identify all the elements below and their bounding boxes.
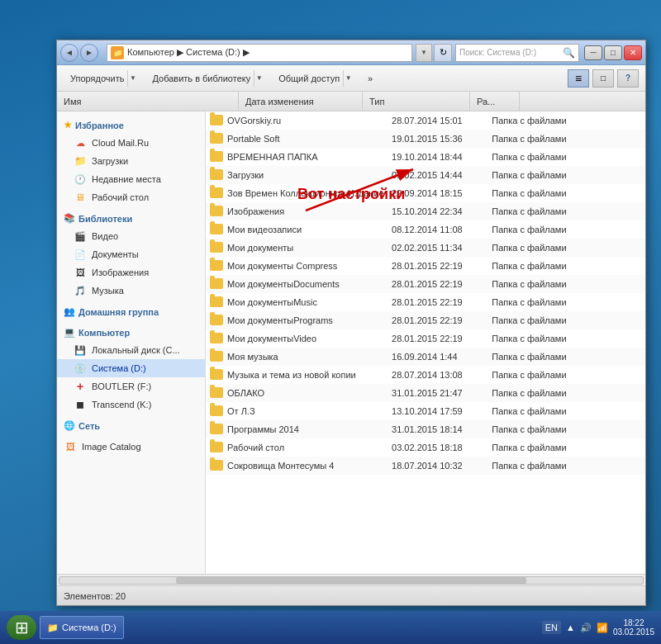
file-folder-icon	[209, 295, 224, 310]
sidebar-item-drive-k[interactable]: ◼ Transcend (K:)	[57, 395, 205, 414]
file-folder-icon	[209, 404, 224, 419]
catalog-icon: 🖼	[64, 440, 77, 453]
file-item[interactable]: Сокровища Монтесумы 4 18.07.2014 10:32 П…	[206, 457, 645, 475]
col-date[interactable]: Дата изменения	[239, 92, 363, 111]
horizontal-scrollbar[interactable]	[57, 574, 645, 585]
file-item[interactable]: Portable Soft 19.01.2015 15:36 Папка с ф…	[206, 130, 645, 148]
taskbar-explorer-task[interactable]: 📁 Система (D:)	[40, 616, 124, 639]
file-folder-icon	[209, 149, 224, 164]
file-type: Папка с файлами	[492, 206, 585, 216]
file-name: Загрузки	[227, 170, 392, 180]
file-folder-icon	[209, 186, 224, 201]
hscroll-track[interactable]	[59, 576, 644, 585]
file-item[interactable]: Мои документыDocuments 28.01.2015 22:19 …	[206, 275, 645, 293]
sort-button[interactable]: Упорядочить ▼	[64, 68, 144, 89]
hscroll-thumb[interactable]	[176, 577, 526, 584]
file-item[interactable]: ОБЛАКО 31.01.2015 21:47 Папка с файлами	[206, 384, 645, 402]
taskbar-clock: 18:22 03.02.2015	[613, 618, 654, 637]
view-details-button[interactable]: ≡	[568, 69, 589, 88]
minimize-button[interactable]: ─	[584, 45, 602, 60]
file-date: 18.07.2014 10:32	[392, 461, 492, 471]
file-item[interactable]: Загрузки 03.02.2015 14:44 Папка с файлам…	[206, 166, 645, 184]
file-date: 13.10.2014 17:59	[392, 406, 492, 416]
file-date: 15.10.2014 22:34	[392, 206, 492, 216]
file-type: Папка с файлами	[492, 297, 585, 307]
file-item[interactable]: ВРЕМЕННАЯ ПАПКА 19.10.2014 18:44 Папка с…	[206, 148, 645, 166]
file-name: Мои документыDocuments	[227, 279, 392, 289]
add-library-button[interactable]: Добавить в библиотеку ▼	[145, 68, 270, 89]
more-button[interactable]: »	[361, 68, 379, 89]
file-item[interactable]: OVGorskiy.ru 28.07.2014 15:01 Папка с фа…	[206, 111, 645, 130]
file-folder-icon	[209, 349, 224, 364]
file-date: 28.07.2014 13:08	[392, 370, 492, 380]
file-folder-icon	[209, 258, 224, 273]
share-dropdown-icon[interactable]: ▼	[343, 70, 353, 87]
refresh-button[interactable]: ↻	[434, 44, 452, 62]
file-type: Папка с файлами	[492, 243, 585, 253]
help-button[interactable]: ?	[617, 69, 639, 88]
status-text: Элементов: 20	[64, 591, 126, 601]
sidebar-item-desktop[interactable]: 🖥 Рабочий стол	[57, 188, 205, 206]
sidebar-item-drive-c[interactable]: 💾 Локальный диск (С...	[57, 341, 205, 359]
back-button[interactable]: ◄	[60, 44, 78, 62]
nav-buttons: ◄ ►	[60, 44, 98, 62]
taskbar-volume-icon[interactable]: 🔊	[580, 623, 592, 633]
file-type: Папка с файлами	[492, 261, 585, 271]
sidebar-item-drive-d[interactable]: 💿 Система (D:)	[57, 359, 205, 377]
share-button[interactable]: Общий доступ ▼	[272, 68, 359, 89]
file-item[interactable]: Программы 2014 31.01.2015 18:14 Папка с …	[206, 420, 645, 438]
sidebar-homegroup-section: 👥 Домашняя группа	[57, 303, 205, 320]
file-item[interactable]: Моя музыка 16.09.2014 1:44 Папка с файла…	[206, 348, 645, 366]
col-type[interactable]: Тип	[363, 92, 470, 111]
file-date: 02.02.2015 11:34	[392, 243, 492, 253]
file-item[interactable]: Мои документы Compress 28.01.2015 22:19 …	[206, 257, 645, 275]
drive-c-icon: 💾	[74, 343, 87, 357]
sidebar-item-docs[interactable]: 📄 Документы	[57, 245, 205, 263]
search-placeholder: Поиск: Система (D:)	[459, 48, 536, 57]
file-name: Программы 2014	[227, 424, 392, 434]
sort-dropdown-icon[interactable]: ▼	[127, 70, 137, 87]
address-dropdown-button[interactable]: ▼	[416, 44, 432, 62]
file-item[interactable]: Мои документыVideo 28.01.2015 22:19 Папк…	[206, 329, 645, 348]
taskbar-network-icon[interactable]: 📶	[597, 623, 608, 633]
computer-icon: 💻	[64, 327, 75, 338]
forward-button[interactable]: ►	[80, 44, 98, 62]
file-item[interactable]: Изображения 15.10.2014 22:34 Папка с фай…	[206, 202, 645, 220]
column-headers: Имя Дата изменения Тип Ра...	[57, 92, 645, 111]
music-icon: 🎵	[74, 284, 87, 297]
start-button[interactable]: ⊞	[7, 615, 36, 640]
search-bar[interactable]: Поиск: Система (D:) 🔍	[455, 44, 579, 62]
downloads-icon: 📁	[74, 154, 87, 168]
file-item[interactable]: Музыка и тема из новой копии 28.07.2014 …	[206, 366, 645, 384]
cloudmail-icon: ☁	[74, 136, 87, 149]
col-name[interactable]: Имя	[57, 92, 239, 111]
sidebar-item-music[interactable]: 🎵 Музыка	[57, 282, 205, 300]
sidebar-item-recent[interactable]: 🕐 Недавние места	[57, 170, 205, 188]
sidebar-item-catalog[interactable]: 🖼 Image Catalog	[57, 438, 205, 456]
file-item[interactable]: Мои документыPrograms 28.01.2015 22:19 П…	[206, 311, 645, 329]
address-bar[interactable]: 📁 Компьютер ▶ Система (D:) ▶	[107, 44, 412, 62]
status-bar: Элементов: 20	[57, 585, 645, 605]
file-date: 28.07.2014 15:01	[392, 116, 492, 125]
file-item[interactable]: Мои документыMusic 28.01.2015 22:19 Папк…	[206, 293, 645, 311]
window-controls: ─ □ ✕	[584, 45, 642, 60]
file-item[interactable]: Мои видеозаписи 08.12.2014 11:08 Папка с…	[206, 220, 645, 239]
file-type: Папка с файлами	[492, 152, 585, 162]
add-library-dropdown-icon[interactable]: ▼	[254, 70, 264, 87]
maximize-button[interactable]: □	[604, 45, 622, 60]
col-size[interactable]: Ра...	[470, 92, 520, 111]
sidebar-item-images[interactable]: 🖼 Изображения	[57, 263, 205, 282]
sidebar-item-downloads[interactable]: 📁 Загрузки	[57, 152, 205, 170]
sort-label: Упорядочить	[70, 73, 124, 83]
file-type: Папка с файлами	[492, 461, 585, 471]
file-item[interactable]: От Л.З 13.10.2014 17:59 Папка с файлами	[206, 402, 645, 420]
sidebar-item-drive-f[interactable]: + BOUTLER (F:)	[57, 377, 205, 395]
file-item[interactable]: Зов Времен Коллекционное Издание 22.09.2…	[206, 184, 645, 202]
sidebar-item-cloudmail[interactable]: ☁ Cloud Mail.Ru	[57, 134, 205, 152]
view-preview-button[interactable]: □	[592, 69, 614, 88]
close-button[interactable]: ✕	[624, 45, 642, 60]
file-name: Изображения	[227, 206, 392, 216]
file-item[interactable]: Рабочий стол 03.02.2015 18:18 Папка с фа…	[206, 438, 645, 457]
sidebar-item-video[interactable]: 🎬 Видео	[57, 227, 205, 245]
file-item[interactable]: Мои документы 02.02.2015 11:34 Папка с ф…	[206, 239, 645, 257]
